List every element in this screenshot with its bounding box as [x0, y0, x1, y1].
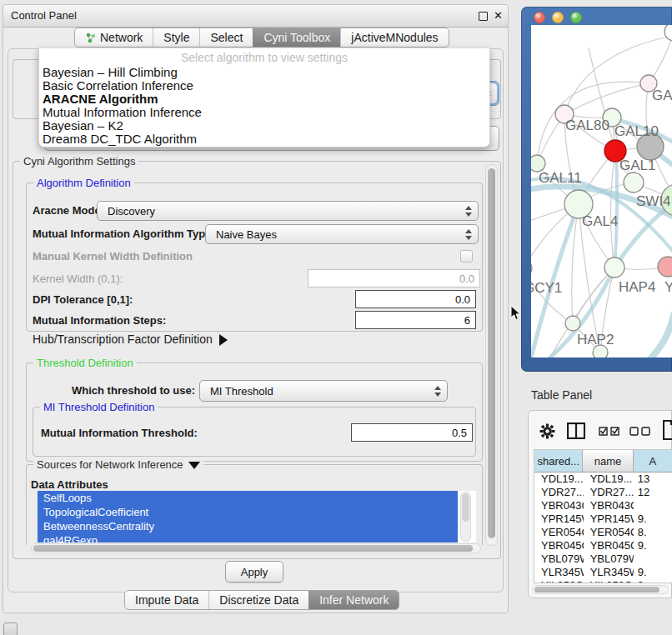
tab-infer-network[interactable]: Infer Network — [308, 591, 399, 609]
attribute-item[interactable]: gal4RGexp — [38, 533, 458, 542]
table-cell: YDL19... — [534, 472, 584, 486]
tab-impute-data[interactable]: Impute Data — [125, 591, 208, 609]
deselect-all-icon[interactable] — [629, 427, 651, 436]
settings-horizontal-scrollbar[interactable] — [31, 543, 481, 553]
table-row[interactable]: YDL19...YDL19...13 — [534, 472, 672, 486]
node-label: GAL4 — [582, 213, 618, 229]
collapsed-arrow-icon — [219, 334, 228, 346]
table-cell — [634, 552, 672, 566]
algorithm-option[interactable]: Mutual Information Inference — [43, 106, 486, 119]
table-row[interactable]: YLR345WYLR345W9. — [534, 566, 672, 579]
aracne-mode-combo[interactable]: Discovery — [97, 201, 479, 221]
mi-steps-label: Mutual Information Steps: — [33, 312, 166, 330]
network-node[interactable] — [664, 25, 672, 41]
table-horizontal-scrollbar[interactable] — [532, 585, 669, 594]
select-all-icon[interactable] — [599, 427, 620, 436]
scrollbar-thumb[interactable] — [488, 168, 495, 538]
node-label: GCY1 — [531, 280, 562, 296]
table-cell: 8. — [634, 526, 672, 539]
mi-algorithm-type-value: Naive Bayes — [216, 225, 277, 243]
tab-style[interactable]: Style — [153, 28, 199, 47]
float-window-icon[interactable] — [479, 12, 488, 21]
sources-group-title[interactable]: Sources for Network Inference — [33, 458, 203, 471]
close-icon[interactable]: ✕ — [494, 8, 503, 23]
table-panel: shared...nameA YDL19...YDL19...13YDR27..… — [528, 410, 672, 598]
attribute-item[interactable]: SelfLoops — [38, 491, 458, 505]
columns-icon[interactable] — [567, 422, 585, 439]
table-cell: 12 — [634, 486, 672, 499]
scrollbar-thumb[interactable] — [534, 587, 659, 592]
column-header[interactable]: name — [583, 450, 633, 472]
manual-kernel-label: Manual Kernel Width Definition — [33, 249, 193, 263]
tab-network[interactable]: Network — [75, 28, 153, 47]
mi-threshold-field[interactable]: 0.5 — [351, 423, 473, 442]
table-row[interactable]: YIL052CYIL052C9. — [534, 579, 672, 583]
network-node[interactable] — [531, 155, 545, 172]
algorithm-definition-title: Algorithm Definition — [33, 177, 134, 189]
node-label: GAL — [652, 88, 672, 103]
algorithm-option[interactable]: Dream8 DC_TDC Algorithm — [43, 132, 486, 146]
network-node[interactable] — [565, 316, 580, 331]
file-icon[interactable] — [663, 420, 672, 440]
minimize-traffic-light[interactable] — [552, 12, 564, 23]
mi-threshold-group-title: MI Threshold Definition — [40, 401, 158, 413]
table-body: YDL19...YDL19...13YDR27...YDR27...12YBR0… — [534, 472, 672, 583]
attribute-items-container: SelfLoopsTopologicalCoefficientBetweenne… — [38, 491, 476, 542]
close-traffic-light[interactable] — [534, 12, 545, 23]
algorithm-option[interactable]: Bayesian – Hill Climbing — [43, 66, 486, 79]
attribute-item[interactable]: TopologicalCoefficient — [38, 505, 458, 519]
column-header[interactable]: A — [634, 450, 672, 472]
tab-jactivemnodules[interactable]: jActiveMNodules — [340, 28, 448, 47]
table-row[interactable]: YPR145WYPR145W9. — [534, 512, 672, 526]
network-node[interactable] — [624, 172, 644, 192]
node-label: HAP2 — [577, 332, 614, 348]
aracne-mode-value: Discovery — [108, 202, 155, 220]
gear-icon[interactable] — [539, 423, 555, 439]
table-row[interactable]: YDR27...YDR27...12 — [534, 486, 672, 499]
table-row[interactable]: YER054CYER054C8. — [534, 526, 672, 539]
table-row[interactable]: YBR045CYBR045C9. — [534, 539, 672, 552]
control-panel-header: Control Panel ✕ — [3, 5, 508, 28]
manual-kernel-checkbox[interactable] — [460, 250, 473, 262]
node-label: GAL11 — [539, 170, 582, 186]
bottom-tabs: Impute DataDiscretize DataInfer Network — [124, 590, 399, 610]
table-row[interactable]: YBR043CYBR043C — [534, 499, 672, 512]
network-node[interactable] — [658, 257, 672, 277]
settings-vertical-scrollbar[interactable] — [485, 164, 498, 546]
tab-select[interactable]: Select — [199, 28, 253, 47]
hub-definition-toggle[interactable]: Hub/Transcription Factor Definition — [33, 332, 228, 347]
algorithm-option[interactable]: Basic Correlation Inference — [43, 79, 486, 92]
mi-algorithm-type-combo[interactable]: Naive Bayes — [205, 224, 479, 244]
zoom-traffic-light[interactable] — [570, 12, 582, 23]
column-header[interactable]: shared... — [534, 450, 583, 472]
scrollbar-thumb[interactable] — [462, 493, 469, 522]
algorithm-option[interactable]: ARACNE Algorithm — [43, 92, 486, 106]
algorithm-option[interactable]: Bayesian – K2 — [43, 119, 486, 132]
network-canvas[interactable]: GALGAL80GAL10GAL1GAL11SWI4GAL4GCY1HAP4YH… — [531, 25, 672, 358]
table-row[interactable]: YBL079WYBL079W — [534, 552, 672, 566]
scrollbar-thumb[interactable] — [33, 545, 473, 552]
mouse-cursor — [510, 305, 521, 321]
attribute-item[interactable]: BetweennessCentrality — [38, 519, 458, 533]
tab-discretize-data[interactable]: Discretize Data — [208, 591, 308, 609]
dpi-tolerance-field[interactable]: 0.0 — [355, 290, 476, 308]
panel-title: Control Panel — [11, 5, 77, 27]
tab-label: Cyni Toolbox — [263, 31, 330, 44]
network-node[interactable] — [531, 260, 532, 277]
tab-cyni-toolbox[interactable]: Cyni Toolbox — [253, 28, 340, 47]
table-cell: YLR345W — [584, 566, 634, 579]
apply-button[interactable]: Apply — [225, 561, 283, 582]
which-threshold-combo[interactable]: MI Threshold — [199, 380, 448, 402]
data-attributes-list[interactable]: SelfLoopsTopologicalCoefficientBetweenne… — [38, 491, 476, 542]
list-vertical-scrollbar[interactable] — [460, 492, 471, 542]
kernel-width-field[interactable]: 0.0 — [308, 269, 480, 288]
table-cell: YBL079W — [534, 552, 584, 566]
mi-steps-field[interactable]: 6 — [355, 311, 476, 329]
node-label: HAP4 — [619, 279, 655, 295]
network-node[interactable] — [604, 258, 624, 278]
table-cell: YBL079W — [584, 552, 634, 566]
table-cell: YDR27... — [584, 486, 634, 499]
network-view-window: GALGAL80GAL10GAL1GAL11SWI4GAL4GCY1HAP4YH… — [521, 7, 672, 372]
minimized-panel-icon[interactable] — [3, 622, 18, 635]
expanded-arrow-icon — [188, 462, 200, 469]
